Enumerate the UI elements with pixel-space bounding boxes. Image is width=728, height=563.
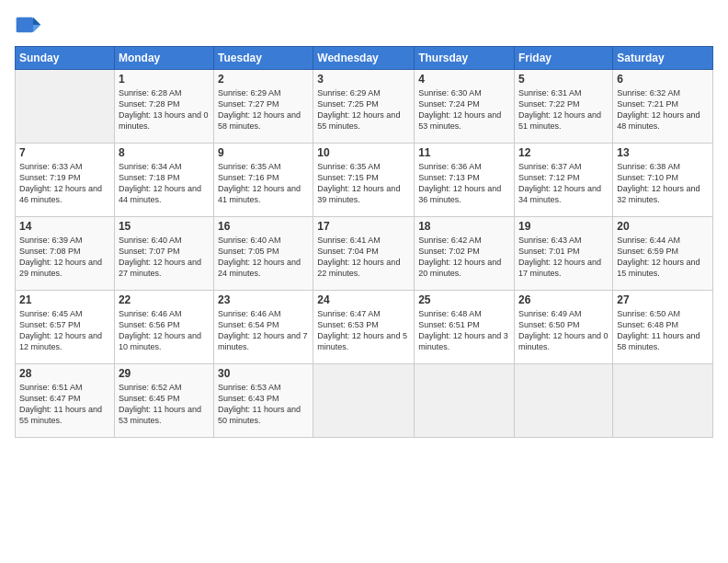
- day-cell: 7Sunrise: 6:33 AMSunset: 7:19 PMDaylight…: [16, 144, 115, 217]
- day-number: 10: [317, 146, 410, 159]
- day-number: 7: [19, 146, 110, 159]
- day-number: 5: [518, 73, 609, 86]
- day-cell: 14Sunrise: 6:39 AMSunset: 7:08 PMDayligh…: [16, 217, 115, 291]
- day-number: 3: [317, 73, 410, 86]
- day-info: Sunrise: 6:50 AMSunset: 6:48 PMDaylight:…: [617, 308, 709, 353]
- day-cell: [415, 364, 515, 438]
- logo: [15, 11, 46, 39]
- day-cell: 10Sunrise: 6:35 AMSunset: 7:15 PMDayligh…: [313, 144, 415, 217]
- day-number: 21: [19, 293, 110, 306]
- day-info: Sunrise: 6:52 AMSunset: 6:45 PMDaylight:…: [119, 382, 210, 427]
- day-number: 12: [518, 146, 609, 159]
- day-number: 20: [617, 220, 709, 233]
- day-cell: 21Sunrise: 6:45 AMSunset: 6:57 PMDayligh…: [16, 291, 115, 364]
- day-number: 24: [317, 293, 410, 306]
- day-number: 27: [617, 293, 709, 306]
- day-number: 4: [418, 73, 510, 86]
- day-info: Sunrise: 6:33 AMSunset: 7:19 PMDaylight:…: [19, 161, 110, 206]
- day-info: Sunrise: 6:39 AMSunset: 7:08 PMDaylight:…: [19, 235, 110, 280]
- day-info: Sunrise: 6:40 AMSunset: 7:05 PMDaylight:…: [218, 235, 309, 280]
- day-number: 17: [317, 220, 410, 233]
- weekday-header-sunday: Sunday: [16, 47, 115, 70]
- day-cell: 15Sunrise: 6:40 AMSunset: 7:07 PMDayligh…: [114, 217, 213, 291]
- calendar: SundayMondayTuesdayWednesdayThursdayFrid…: [15, 46, 713, 438]
- weekday-header-monday: Monday: [114, 47, 213, 70]
- day-info: Sunrise: 6:46 AMSunset: 6:56 PMDaylight:…: [119, 308, 210, 353]
- day-number: 16: [218, 220, 309, 233]
- day-cell: 3Sunrise: 6:29 AMSunset: 7:25 PMDaylight…: [313, 70, 415, 144]
- day-info: Sunrise: 6:42 AMSunset: 7:02 PMDaylight:…: [418, 235, 510, 280]
- day-number: 1: [119, 73, 210, 86]
- day-info: Sunrise: 6:49 AMSunset: 6:50 PMDaylight:…: [518, 308, 609, 353]
- day-number: 23: [218, 293, 309, 306]
- day-info: Sunrise: 6:43 AMSunset: 7:01 PMDaylight:…: [518, 235, 609, 280]
- day-cell: [515, 364, 613, 438]
- day-number: 8: [119, 146, 210, 159]
- svg-marker-2: [33, 25, 40, 32]
- day-info: Sunrise: 6:41 AMSunset: 7:04 PMDaylight:…: [317, 235, 410, 280]
- day-number: 9: [218, 146, 309, 159]
- day-number: 14: [19, 220, 110, 233]
- day-cell: [613, 364, 713, 438]
- day-number: 2: [218, 73, 309, 86]
- day-number: 26: [518, 293, 609, 306]
- day-cell: 27Sunrise: 6:50 AMSunset: 6:48 PMDayligh…: [613, 291, 713, 364]
- svg-rect-0: [17, 17, 33, 33]
- week-row-2: 7Sunrise: 6:33 AMSunset: 7:19 PMDaylight…: [16, 144, 713, 217]
- day-number: 29: [119, 367, 210, 380]
- day-info: Sunrise: 6:34 AMSunset: 7:18 PMDaylight:…: [119, 161, 210, 206]
- day-info: Sunrise: 6:35 AMSunset: 7:16 PMDaylight:…: [218, 161, 309, 206]
- day-info: Sunrise: 6:51 AMSunset: 6:47 PMDaylight:…: [19, 382, 110, 427]
- day-info: Sunrise: 6:46 AMSunset: 6:54 PMDaylight:…: [218, 308, 309, 353]
- day-cell: 23Sunrise: 6:46 AMSunset: 6:54 PMDayligh…: [214, 291, 313, 364]
- svg-marker-1: [33, 17, 40, 25]
- day-number: 22: [119, 293, 210, 306]
- day-cell: 18Sunrise: 6:42 AMSunset: 7:02 PMDayligh…: [415, 217, 515, 291]
- day-info: Sunrise: 6:40 AMSunset: 7:07 PMDaylight:…: [119, 235, 210, 280]
- week-row-5: 28Sunrise: 6:51 AMSunset: 6:47 PMDayligh…: [16, 364, 713, 438]
- day-cell: 28Sunrise: 6:51 AMSunset: 6:47 PMDayligh…: [16, 364, 115, 438]
- day-number: 25: [418, 293, 510, 306]
- day-cell: [16, 70, 115, 144]
- weekday-header-wednesday: Wednesday: [313, 47, 415, 70]
- day-info: Sunrise: 6:53 AMSunset: 6:43 PMDaylight:…: [218, 382, 309, 427]
- day-info: Sunrise: 6:37 AMSunset: 7:12 PMDaylight:…: [518, 161, 609, 206]
- day-cell: 8Sunrise: 6:34 AMSunset: 7:18 PMDaylight…: [114, 144, 213, 217]
- day-info: Sunrise: 6:47 AMSunset: 6:53 PMDaylight:…: [317, 308, 410, 353]
- day-cell: [313, 364, 415, 438]
- weekday-header-friday: Friday: [515, 47, 613, 70]
- day-info: Sunrise: 6:31 AMSunset: 7:22 PMDaylight:…: [518, 87, 609, 132]
- weekday-header-tuesday: Tuesday: [214, 47, 313, 70]
- day-number: 18: [418, 220, 510, 233]
- week-row-4: 21Sunrise: 6:45 AMSunset: 6:57 PMDayligh…: [16, 291, 713, 364]
- day-number: 11: [418, 146, 510, 159]
- day-cell: 5Sunrise: 6:31 AMSunset: 7:22 PMDaylight…: [515, 70, 613, 144]
- day-cell: 25Sunrise: 6:48 AMSunset: 6:51 PMDayligh…: [415, 291, 515, 364]
- day-cell: 11Sunrise: 6:36 AMSunset: 7:13 PMDayligh…: [415, 144, 515, 217]
- day-number: 19: [518, 220, 609, 233]
- day-cell: 19Sunrise: 6:43 AMSunset: 7:01 PMDayligh…: [515, 217, 613, 291]
- day-cell: 9Sunrise: 6:35 AMSunset: 7:16 PMDaylight…: [214, 144, 313, 217]
- day-info: Sunrise: 6:38 AMSunset: 7:10 PMDaylight:…: [617, 161, 709, 206]
- page: SundayMondayTuesdayWednesdayThursdayFrid…: [0, 0, 728, 563]
- day-info: Sunrise: 6:48 AMSunset: 6:51 PMDaylight:…: [418, 308, 510, 353]
- day-info: Sunrise: 6:29 AMSunset: 7:27 PMDaylight:…: [218, 87, 309, 132]
- day-cell: 20Sunrise: 6:44 AMSunset: 6:59 PMDayligh…: [613, 217, 713, 291]
- week-row-3: 14Sunrise: 6:39 AMSunset: 7:08 PMDayligh…: [16, 217, 713, 291]
- day-info: Sunrise: 6:32 AMSunset: 7:21 PMDaylight:…: [617, 87, 709, 132]
- day-cell: 26Sunrise: 6:49 AMSunset: 6:50 PMDayligh…: [515, 291, 613, 364]
- weekday-header-row: SundayMondayTuesdayWednesdayThursdayFrid…: [16, 47, 713, 70]
- day-cell: 17Sunrise: 6:41 AMSunset: 7:04 PMDayligh…: [313, 217, 415, 291]
- day-cell: 12Sunrise: 6:37 AMSunset: 7:12 PMDayligh…: [515, 144, 613, 217]
- day-cell: 29Sunrise: 6:52 AMSunset: 6:45 PMDayligh…: [114, 364, 213, 438]
- day-cell: 30Sunrise: 6:53 AMSunset: 6:43 PMDayligh…: [214, 364, 313, 438]
- day-info: Sunrise: 6:28 AMSunset: 7:28 PMDaylight:…: [119, 87, 210, 132]
- day-cell: 22Sunrise: 6:46 AMSunset: 6:56 PMDayligh…: [114, 291, 213, 364]
- day-info: Sunrise: 6:36 AMSunset: 7:13 PMDaylight:…: [418, 161, 510, 206]
- day-number: 15: [119, 220, 210, 233]
- day-number: 6: [617, 73, 709, 86]
- day-cell: 2Sunrise: 6:29 AMSunset: 7:27 PMDaylight…: [214, 70, 313, 144]
- day-info: Sunrise: 6:35 AMSunset: 7:15 PMDaylight:…: [317, 161, 410, 206]
- day-info: Sunrise: 6:30 AMSunset: 7:24 PMDaylight:…: [418, 87, 510, 132]
- day-cell: 4Sunrise: 6:30 AMSunset: 7:24 PMDaylight…: [415, 70, 515, 144]
